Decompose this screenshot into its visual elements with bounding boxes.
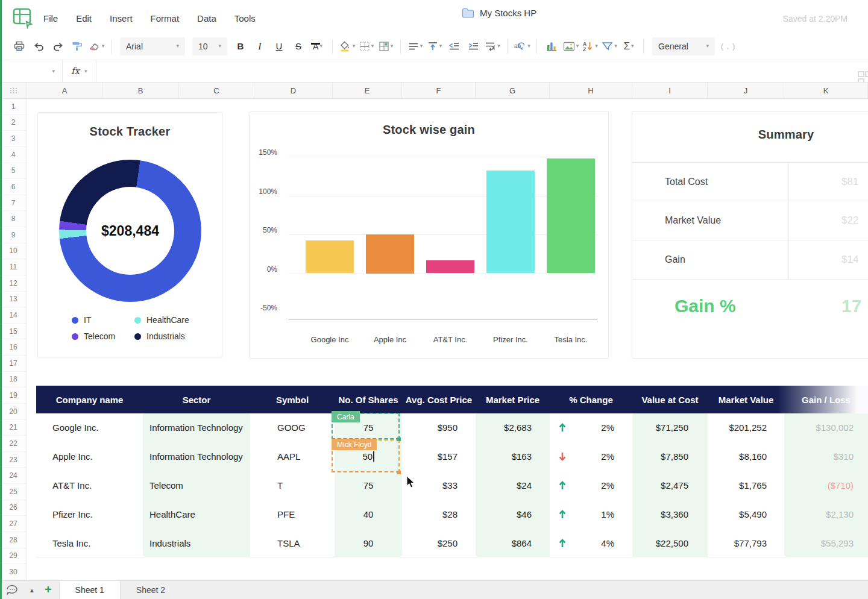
carla-selection-handle[interactable] [397, 437, 401, 441]
sector-cell[interactable]: Industrials [143, 528, 250, 557]
insert-chart-button[interactable] [543, 37, 560, 55]
app-logo-icon[interactable] [11, 6, 34, 29]
folder-icon[interactable] [462, 8, 474, 18]
row-header-26[interactable]: 26 [0, 500, 27, 516]
market-value-cell[interactable]: $8,160 [708, 442, 784, 471]
row-header-14[interactable]: 14 [0, 307, 27, 324]
symbol-cell[interactable]: AAPL [250, 442, 335, 471]
font-size-select[interactable]: 10▾ [192, 37, 227, 55]
column-header-A[interactable]: A [27, 83, 102, 98]
symbol-cell[interactable]: TSLA [250, 528, 335, 557]
row-header-13[interactable]: 13 [0, 292, 27, 308]
vertical-align-button[interactable]: ▾ [426, 37, 443, 55]
row-header-27[interactable]: 27 [0, 516, 27, 532]
column-header-E[interactable]: E [333, 83, 402, 98]
row-header-15[interactable]: 15 [0, 324, 27, 340]
bar-pfizer-inc[interactable] [486, 171, 535, 273]
row-header-24[interactable]: 24 [0, 468, 27, 484]
pct-change-cell[interactable]: 2% [550, 413, 632, 442]
bar-tesla-inc[interactable] [547, 158, 595, 274]
row-header-16[interactable]: 16 [0, 339, 27, 356]
avg-cost-cell[interactable]: $28 [402, 500, 476, 528]
company-cell[interactable]: Pfizer Inc. [36, 500, 143, 528]
print-button[interactable] [11, 37, 28, 55]
bar-google-inc[interactable] [306, 240, 354, 273]
column-header-I[interactable]: I [632, 83, 708, 98]
bold-button[interactable]: B [232, 37, 249, 55]
column-header-J[interactable]: J [708, 83, 784, 98]
company-cell[interactable]: Apple Inc. [36, 442, 143, 471]
market-price-cell[interactable]: $24 [476, 471, 550, 500]
shares-cell[interactable]: 75 [335, 471, 402, 500]
italic-button[interactable]: I [251, 37, 268, 55]
menu-data[interactable]: Data [197, 13, 216, 24]
column-header-C[interactable]: C [179, 83, 254, 98]
sector-cell[interactable]: Telecom [143, 471, 250, 500]
market-value-cell[interactable]: $201,252 [708, 413, 784, 442]
table-row-tesla-inc[interactable]: Tesla Inc.IndustrialsTSLA90$250$8644%$22… [36, 528, 868, 557]
undo-button[interactable] [30, 37, 47, 55]
gain-loss-cell[interactable]: $130,002 [784, 413, 868, 442]
comma-style-button[interactable]: ( , ) [720, 37, 737, 55]
row-header-18[interactable]: 18 [0, 372, 27, 388]
menu-file[interactable]: File [43, 13, 58, 24]
paint-format-button[interactable] [69, 37, 86, 55]
market-value-cell[interactable]: $77,793 [708, 528, 784, 557]
table-row-at-t-inc[interactable]: AT&T Inc.TelecomT75$33$242%$2,475$1,765(… [36, 471, 868, 500]
gain-loss-cell[interactable]: $310 [784, 442, 868, 471]
pct-change-cell[interactable]: 2% [550, 442, 632, 471]
document-title[interactable]: My Stocks HP [480, 8, 536, 18]
strikethrough-button[interactable]: S [290, 37, 307, 55]
company-cell[interactable]: Google Inc. [36, 413, 143, 442]
column-header-D[interactable]: D [254, 83, 333, 98]
text-color-button[interactable]: A ▾ [309, 37, 326, 55]
value-at-cost-cell[interactable]: $2,475 [632, 471, 708, 500]
row-header-1[interactable]: 1 [0, 99, 27, 115]
underline-button[interactable]: U [271, 37, 288, 55]
market-price-cell[interactable]: $864 [476, 528, 550, 557]
row-header-10[interactable]: 10 [0, 243, 27, 260]
column-header-B[interactable]: B [102, 83, 179, 98]
merge-cells-button[interactable]: ▾ [377, 37, 394, 55]
text-rotation-button[interactable]: ab ▾ [514, 37, 530, 55]
avg-cost-cell[interactable]: $950 [402, 413, 476, 442]
row-header-19[interactable]: 19 [0, 387, 27, 404]
column-header-K[interactable]: K [784, 83, 868, 98]
row-header-30[interactable]: 30 [0, 564, 27, 580]
bar-at-t-inc[interactable] [426, 260, 474, 274]
row-header-28[interactable]: 28 [0, 532, 27, 548]
column-header-G[interactable]: G [476, 83, 550, 98]
row-header-17[interactable]: 17 [0, 356, 27, 372]
avg-cost-cell[interactable]: $157 [402, 442, 476, 471]
market-value-cell[interactable]: $5,490 [708, 500, 784, 528]
symbol-cell[interactable]: T [250, 471, 335, 500]
gain-loss-cell[interactable]: $55,293 [784, 528, 868, 557]
row-header-22[interactable]: 22 [0, 436, 27, 452]
stock-wise-gain-card[interactable]: Stock wise gain 150%100%50%0%-50%Google … [249, 111, 609, 359]
shares-cell[interactable]: 90 [335, 528, 402, 557]
eraser-dropdown-chevron[interactable]: ▾ [102, 43, 105, 49]
fill-color-button[interactable]: ▾ [339, 37, 356, 55]
wrap-text-button[interactable]: ▾ [484, 37, 501, 55]
filter-button[interactable]: ▾ [601, 37, 618, 55]
table-row-pfizer-inc[interactable]: Pfizer Inc.HealthCarePFE40$28$461%$3,360… [36, 500, 868, 528]
market-price-cell[interactable]: $46 [476, 500, 550, 528]
row-header-8[interactable]: 8 [0, 211, 27, 227]
sector-cell[interactable]: Information Technology [143, 413, 250, 442]
sheet-tab-sheet-1[interactable]: Sheet 1 [59, 581, 121, 599]
row-header-25[interactable]: 25 [0, 484, 27, 500]
table-row-apple-inc[interactable]: Apple Inc.Information TechnologyAAPL50$1… [36, 442, 868, 471]
table-row-google-inc[interactable]: Google Inc.Information TechnologyGOOG75$… [36, 413, 868, 442]
redo-button[interactable] [49, 37, 66, 55]
market-value-cell[interactable]: $1,765 [708, 471, 784, 500]
horizontal-align-button[interactable]: ▾ [407, 37, 424, 55]
insert-image-button[interactable]: ▾ [562, 37, 579, 55]
sort-button[interactable]: AZ ▾ [582, 37, 599, 55]
sector-cell[interactable]: Information Technology [143, 442, 250, 471]
fx-zone[interactable]: fx ▾ [63, 60, 96, 82]
row-header-9[interactable]: 9 [0, 227, 27, 243]
market-price-cell[interactable]: $2,683 [476, 413, 550, 442]
value-at-cost-cell[interactable]: $3,360 [632, 500, 708, 528]
shares-cell[interactable]: 40 [335, 500, 402, 528]
stock-tracker-card[interactable]: Stock Tracker $208,484 ITHealthCareTelec… [37, 112, 222, 357]
